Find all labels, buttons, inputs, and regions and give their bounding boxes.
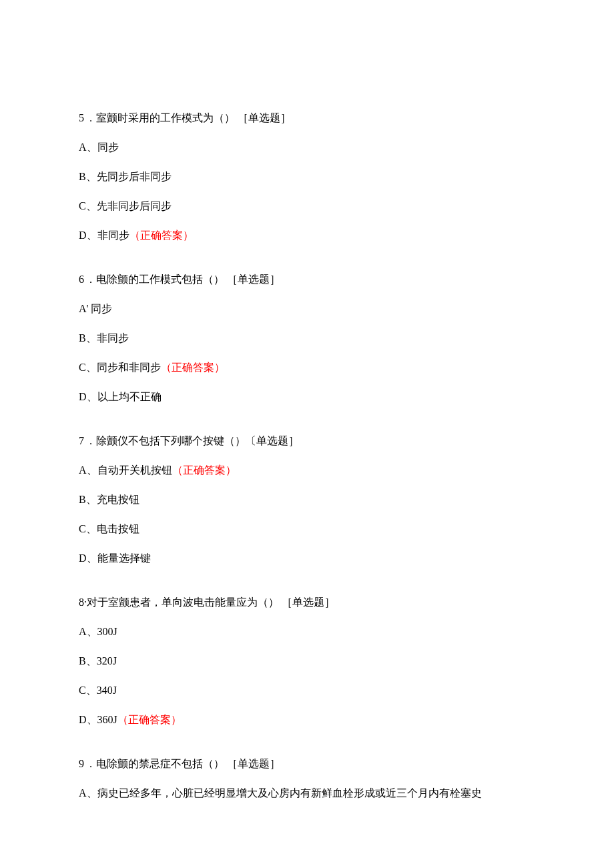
option-d: D、能量选择键 — [79, 550, 535, 566]
correct-answer-marker: （正确答案） — [161, 362, 225, 373]
question-stem: ．电除颤的禁忌症不包括（） ［单选题］ — [85, 758, 280, 769]
option-c: C、先非同步后同步 — [79, 198, 535, 214]
question-number: 9 — [79, 758, 85, 769]
question-stem: ．电除颤的工作模式包括（） ［单选题］ — [85, 274, 280, 285]
option-a: A、自动开关机按钮（正确答案） — [79, 462, 535, 478]
option-c: C、340J — [79, 683, 535, 699]
question-text: 5．室颤时采用的工作模式为（） ［单选题］ — [79, 110, 535, 126]
correct-answer-marker: （正确答案） — [172, 464, 236, 476]
question-block: 9．电除颤的禁忌症不包括（） ［单选题］ A、病史已经多年，心脏已经明显增大及心… — [79, 756, 535, 801]
option-a: A' 同步 — [79, 301, 535, 317]
question-text: 9．电除颤的禁忌症不包括（） ［单选题］ — [79, 756, 535, 772]
question-block: 7．除颤仪不包括下列哪个按键（）〔单选题］ A、自动开关机按钮（正确答案） B、… — [79, 433, 535, 566]
option-a: A、同步 — [79, 139, 535, 155]
correct-answer-marker: （正确答案） — [117, 714, 182, 725]
question-stem: ．除颤仪不包括下列哪个按键（）〔单选题］ — [85, 435, 299, 446]
question-number: 6 — [79, 274, 85, 285]
option-b: B、充电按钮 — [79, 492, 535, 508]
question-text: 7．除颤仪不包括下列哪个按键（）〔单选题］ — [79, 433, 535, 449]
question-block: 8·对于室颤患者，单向波电击能量应为（） ［单选题］ A、300J B、320J… — [79, 594, 535, 728]
document-page: 5．室颤时采用的工作模式为（） ［单选题］ A、同步 B、先同步后非同步 C、先… — [0, 0, 614, 868]
option-b: B、先同步后非同步 — [79, 169, 535, 185]
correct-answer-marker: （正确答案） — [129, 230, 194, 241]
option-b: B、非同步 — [79, 330, 535, 346]
question-number: 5 — [79, 112, 85, 123]
option-a: A、病史已经多年，心脏已经明显增大及心房内有新鲜血栓形成或近三个月内有栓塞史 — [79, 785, 535, 801]
question-text: 6．电除颤的工作模式包括（） ［单选题］ — [79, 272, 535, 288]
option-d: D、360J（正确答案） — [79, 712, 535, 728]
question-stem: ．室颤时采用的工作模式为（） ［单选题］ — [85, 112, 291, 123]
question-number: 8 — [79, 596, 84, 608]
option-c: C、电击按钮 — [79, 521, 535, 537]
option-d: D、非同步（正确答案） — [79, 228, 535, 244]
question-block: 6．电除颤的工作模式包括（） ［单选题］ A' 同步 B、非同步 C、同步和非同… — [79, 272, 535, 405]
option-d: D、以上均不正确 — [79, 389, 535, 405]
question-text: 8·对于室颤患者，单向波电击能量应为（） ［单选题］ — [79, 594, 535, 610]
question-number: 7 — [79, 435, 85, 446]
option-c: C、同步和非同步（正确答案） — [79, 360, 535, 376]
option-a: A、300J — [79, 624, 535, 640]
question-stem: ·对于室颤患者，单向波电击能量应为（） ［单选题］ — [84, 596, 335, 608]
option-b: B、320J — [79, 653, 535, 669]
question-block: 5．室颤时采用的工作模式为（） ［单选题］ A、同步 B、先同步后非同步 C、先… — [79, 110, 535, 244]
